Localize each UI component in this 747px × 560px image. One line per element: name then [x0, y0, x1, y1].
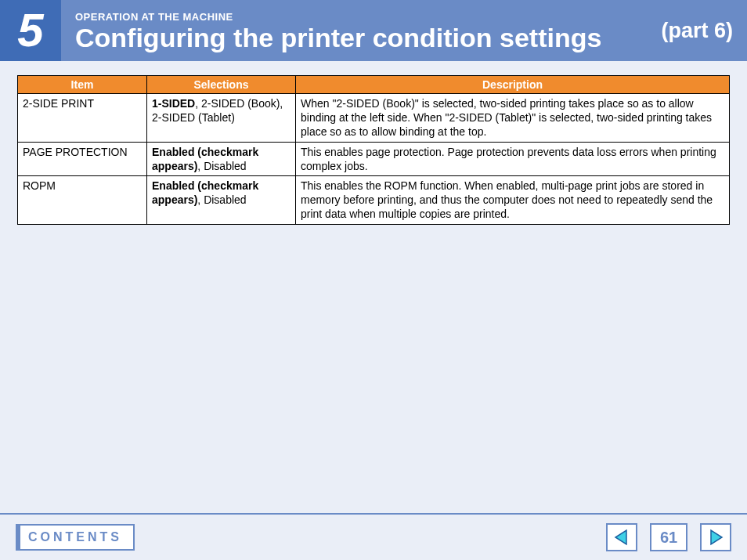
- selection-rest: , Disabled: [197, 193, 246, 206]
- page-header: 5 OPERATION AT THE MACHINE Configuring t…: [0, 0, 747, 61]
- cell-item: 2-SIDE PRINT: [18, 94, 147, 143]
- cell-description: This enables the ROPM function. When ena…: [296, 175, 730, 224]
- content-area: Item Selections Description 2-SIDE PRINT…: [0, 61, 747, 225]
- svg-marker-1: [711, 530, 722, 544]
- cell-description: When "2-SIDED (Book)" is selected, two-s…: [296, 94, 730, 143]
- selection-default: 1-SIDED: [152, 97, 195, 110]
- page-number: 61: [650, 523, 687, 551]
- page-title: Configuring the printer condition settin…: [75, 24, 661, 51]
- col-item-header: Item: [18, 76, 147, 94]
- arrow-right-icon: [707, 529, 724, 546]
- table-row: PAGE PROTECTION Enabled (checkmark appea…: [18, 142, 730, 175]
- settings-table: Item Selections Description 2-SIDE PRINT…: [17, 75, 730, 225]
- table-row: ROPM Enabled (checkmark appears), Disabl…: [18, 175, 730, 224]
- cell-selections: 1-SIDED, 2-SIDED (Book), 2-SIDED (Tablet…: [147, 94, 296, 143]
- col-description-header: Description: [296, 76, 730, 94]
- page-footer: CONTENTS 61: [0, 513, 747, 560]
- cell-item: PAGE PROTECTION: [18, 142, 147, 175]
- section-overline: OPERATION AT THE MACHINE: [75, 11, 661, 23]
- cell-description: This enables page protection. Page prote…: [296, 142, 730, 175]
- table-row: 2-SIDE PRINT 1-SIDED, 2-SIDED (Book), 2-…: [18, 94, 730, 143]
- chapter-number: 5: [0, 0, 61, 61]
- prev-page-button[interactable]: [606, 523, 637, 551]
- cell-selections: Enabled (checkmark appears), Disabled: [147, 142, 296, 175]
- svg-marker-0: [615, 530, 626, 544]
- table-header-row: Item Selections Description: [18, 76, 730, 94]
- col-selections-header: Selections: [147, 76, 296, 94]
- cell-selections: Enabled (checkmark appears), Disabled: [147, 175, 296, 224]
- next-page-button[interactable]: [700, 523, 731, 551]
- page-nav: 61: [606, 523, 731, 551]
- cell-item: ROPM: [18, 175, 147, 224]
- arrow-left-icon: [613, 529, 630, 546]
- selection-rest: , Disabled: [197, 160, 246, 172]
- contents-button[interactable]: CONTENTS: [16, 524, 135, 551]
- title-area: OPERATION AT THE MACHINE Configuring the…: [61, 0, 661, 61]
- part-label: (part 6): [661, 0, 747, 61]
